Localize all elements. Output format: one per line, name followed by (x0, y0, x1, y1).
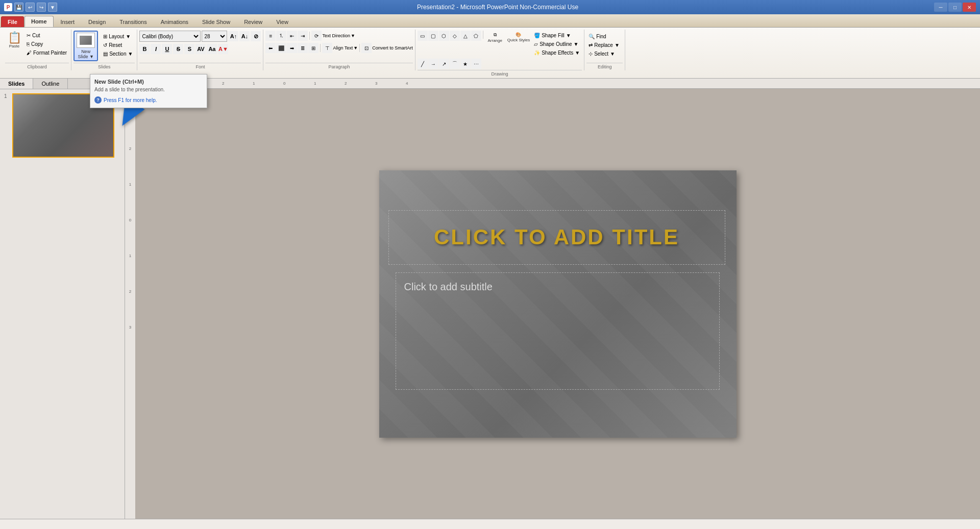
shape-rect-btn[interactable]: ▭ (418, 31, 428, 41)
section-icon: ▤ (103, 51, 108, 57)
shadow-btn[interactable]: S (184, 44, 194, 54)
shape-diamond-btn[interactable]: ◇ (450, 31, 460, 41)
tab-animations[interactable]: Animations (154, 16, 195, 27)
tab-insert[interactable]: Insert (54, 16, 82, 27)
replace-icon: ⇄ (589, 42, 593, 48)
align-text-btn[interactable]: ⊤ (322, 43, 332, 53)
text-direction-btn[interactable]: ⟳ (311, 31, 322, 41)
tab-slides-panel[interactable]: Slides (0, 79, 33, 89)
shape-curve-btn[interactable]: ⌒ (450, 59, 460, 69)
arrange-button[interactable]: ⧉ Arrange (485, 31, 505, 57)
svg-text:1: 1 (129, 182, 132, 187)
vertical-ruler: 3 2 1 0 1 2 3 (125, 89, 135, 519)
paste-icon: 📋 (8, 32, 21, 43)
tooltip-title: New Slide (Ctrl+M) (94, 79, 203, 85)
canvas-with-ruler: 3 2 1 0 1 2 3 CLICK TO ADD TITLE (125, 89, 980, 519)
save-quick-btn[interactable]: 💾 (14, 3, 23, 12)
svg-text:2: 2 (129, 289, 132, 294)
horizontal-ruler: 4 3 2 1 0 1 2 3 4 (135, 79, 980, 89)
close-btn[interactable]: ✕ (963, 3, 976, 12)
slide-content[interactable]: CLICK TO ADD TITLE Click to add subtitle (379, 170, 737, 438)
shape-pentagon-btn[interactable]: ⬠ (471, 31, 481, 41)
redo-quick-btn[interactable]: ↪ (37, 3, 46, 12)
tab-outline-panel[interactable]: Outline (33, 79, 68, 89)
svg-text:1: 1 (253, 81, 255, 86)
font-size-select[interactable]: 28 (202, 31, 227, 42)
shape-triangle-btn[interactable]: △ (460, 31, 471, 41)
clear-format-btn[interactable]: ⊘ (251, 31, 261, 41)
format-painter-button[interactable]: 🖌 Format Painter (24, 49, 69, 57)
slide-subtitle-placeholder[interactable]: Click to add subtitle (396, 272, 720, 390)
shape-effects-btn[interactable]: ✨ Shape Effects ▼ (532, 49, 582, 57)
undo-quick-btn[interactable]: ↩ (26, 3, 35, 12)
editing-group-label: Editing (586, 63, 623, 69)
shape-conn-btn[interactable]: ↗ (439, 59, 449, 69)
tab-review[interactable]: Review (237, 16, 269, 27)
arrange-icon: ⧉ (494, 32, 497, 38)
minimize-btn[interactable]: ─ (934, 3, 947, 12)
decrease-font-btn[interactable]: A↓ (239, 31, 250, 41)
section-label: Section (109, 51, 126, 57)
align-text-label[interactable]: Align Text (333, 45, 353, 51)
change-case-btn[interactable]: Aa (207, 44, 217, 54)
justify-btn[interactable]: ≣ (298, 43, 308, 53)
bullets-btn[interactable]: ≡ (265, 31, 276, 41)
numbering-btn[interactable]: ⒈ (276, 31, 286, 41)
svg-text:4: 4 (406, 81, 408, 86)
strikethrough-btn[interactable]: S (173, 44, 183, 54)
shape-more-btn[interactable]: ⋯ (471, 59, 481, 69)
customize-quick-btn[interactable]: ▼ (48, 3, 57, 12)
align-left-btn[interactable]: ⬅ (265, 43, 276, 53)
decrease-indent-btn[interactable]: ⇤ (287, 31, 297, 41)
italic-btn[interactable]: I (151, 44, 161, 54)
tab-view[interactable]: View (270, 16, 295, 27)
slide-title-placeholder[interactable]: CLICK TO ADD TITLE (388, 210, 725, 265)
tab-home[interactable]: Home (24, 16, 54, 27)
font-name-select[interactable]: Calibri (Body) (139, 31, 201, 42)
quick-styles-button[interactable]: 🎨 Quick Styles (506, 31, 531, 57)
replace-label: Replace (594, 42, 613, 48)
shape-star-btn[interactable]: ★ (460, 59, 471, 69)
underline-btn[interactable]: U (162, 44, 172, 54)
section-button[interactable]: ▤ Section ▼ (101, 50, 135, 58)
notes-area[interactable]: Click to add notes (0, 519, 980, 529)
tab-design[interactable]: Design (82, 16, 112, 27)
new-slide-button[interactable]: NewSlide ▼ (74, 31, 98, 61)
columns-btn[interactable]: ⊞ (308, 43, 318, 53)
paste-button[interactable]: 📋 Paste (5, 31, 23, 50)
char-spacing-btn[interactable]: AV (195, 44, 206, 54)
shape-fill-btn[interactable]: 🪣 Shape Fill ▼ (532, 32, 582, 39)
copy-button[interactable]: ⎘ Copy (24, 40, 69, 48)
increase-indent-btn[interactable]: ⇥ (298, 31, 308, 41)
shape-line-btn[interactable]: ╱ (418, 59, 428, 69)
tab-slideshow[interactable]: Slide Show (195, 16, 237, 27)
reset-button[interactable]: ↺ Reset (101, 41, 135, 49)
shape-arrow-btn[interactable]: → (428, 59, 438, 69)
find-button[interactable]: 🔍 Find (586, 33, 608, 40)
font-color-btn[interactable]: A▼ (218, 44, 228, 54)
tab-transitions[interactable]: Transitions (113, 16, 153, 27)
layout-label: Layout (109, 34, 124, 39)
smartart-label[interactable]: Convert to SmartArt (372, 45, 413, 51)
layout-button[interactable]: ⊞ Layout ▼ (101, 33, 135, 40)
drawing-group-label: Drawing (418, 70, 582, 77)
smartart-btn[interactable]: ⊡ (361, 43, 372, 53)
tab-file[interactable]: File (1, 16, 24, 27)
slide-canvas[interactable]: CLICK TO ADD TITLE Click to add subtitle (135, 89, 980, 519)
shape-rounded-btn[interactable]: ▢ (428, 31, 438, 41)
slides-group: NewSlide ▼ ⊞ Layout ▼ ↺ Reset ▤ Section … (71, 30, 137, 70)
increase-font-btn[interactable]: A↑ (228, 31, 238, 41)
cut-button[interactable]: ✂ Cut (24, 32, 69, 39)
maximize-btn[interactable]: □ (948, 3, 962, 12)
align-right-btn[interactable]: ➡ (287, 43, 297, 53)
text-direction-icon: ⟳ (314, 33, 318, 39)
bold-btn[interactable]: B (139, 44, 150, 54)
shape-snip-btn[interactable]: ⬡ (439, 31, 449, 41)
align-center-btn[interactable]: ⬛ (276, 43, 286, 53)
new-slide-label: NewSlide ▼ (78, 49, 93, 59)
slides-list: 1 (0, 89, 125, 519)
shape-outline-btn[interactable]: ▱ Shape Outline ▼ (532, 40, 582, 48)
replace-button[interactable]: ⇄ Replace ▼ (586, 41, 622, 49)
select-button[interactable]: ⊹ Select ▼ (586, 50, 617, 58)
text-direction-label[interactable]: Text Direction (322, 33, 350, 38)
